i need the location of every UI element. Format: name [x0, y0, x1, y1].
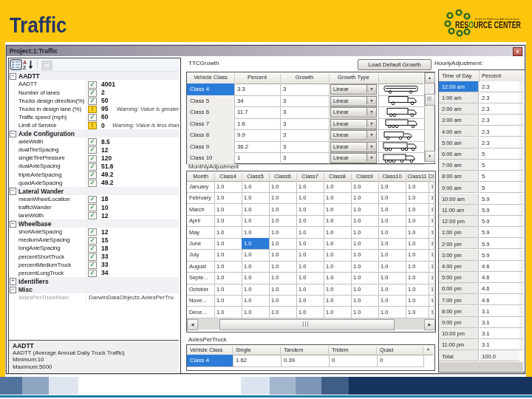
svg-text:RESOURCE CENTER: RESOURCE CENTER: [455, 20, 521, 30]
svg-text:Z: Z: [23, 65, 27, 70]
svg-text:A: A: [23, 60, 27, 65]
